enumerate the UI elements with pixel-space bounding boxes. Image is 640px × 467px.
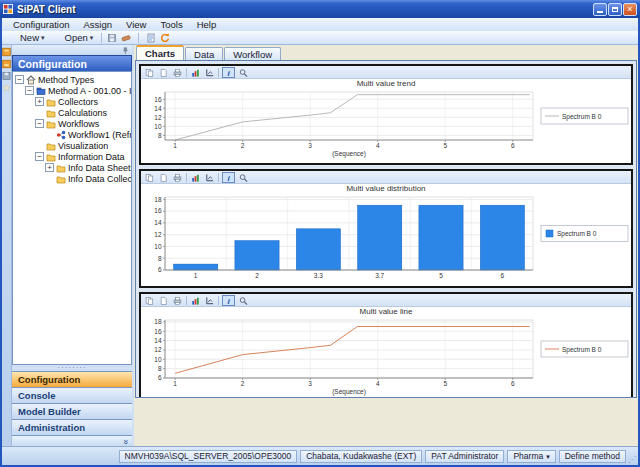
menu-item-assign[interactable]: Assign [77, 18, 120, 31]
chart-toolbar-button[interactable] [190, 173, 201, 182]
chart-toolbar-button[interactable] [204, 68, 215, 77]
svg-text:8: 8 [158, 132, 162, 139]
chart-toolbar-button[interactable] [144, 68, 155, 77]
tree-expander[interactable]: − [35, 119, 44, 128]
chart-toolbar-button[interactable] [238, 296, 249, 305]
shortcut-folder-2-icon[interactable] [2, 59, 11, 68]
close-button[interactable]: × [623, 3, 637, 16]
tab-data[interactable]: Data [185, 47, 223, 60]
chart-toolbar-button[interactable] [190, 296, 201, 305]
nav-button-configuration[interactable]: Configuration [12, 371, 132, 387]
menu-item-tools[interactable]: Tools [153, 18, 189, 31]
new-button[interactable]: New ▾ [5, 32, 48, 44]
report-icon[interactable] [146, 33, 156, 43]
chart-toolbar-separator [186, 68, 187, 77]
tree-item-label: Info Data Collectors [68, 174, 132, 184]
nav-button-model-builder[interactable]: Model Builder [12, 403, 132, 419]
chart-toolbar-button[interactable]: i [222, 295, 235, 306]
tree-item-label: Calculations [58, 108, 107, 118]
chart-toolbar-button[interactable] [190, 68, 201, 77]
chart-toolbar-button[interactable] [172, 68, 183, 77]
svg-text:6: 6 [511, 142, 515, 149]
open-button[interactable]: Open ▾ [50, 32, 97, 44]
tree-item-label: Information Data [58, 152, 125, 162]
chart-toolbar-button[interactable] [172, 296, 183, 305]
chart-plot: 810121416123456(Sequence)Spectrum B 0 [141, 89, 631, 159]
menu-item-view[interactable]: View [119, 18, 153, 31]
save-icon[interactable] [107, 33, 117, 43]
tab-workflow[interactable]: Workflow [224, 47, 281, 60]
chart-toolbar-button[interactable]: i [222, 172, 235, 183]
status-field-text: PAT Administrator [431, 451, 498, 462]
folder-icon [46, 152, 56, 162]
configure-buttons-chevron[interactable]: » [120, 439, 130, 444]
menu-item-help[interactable]: Help [190, 18, 224, 31]
chart-toolbar-button[interactable] [158, 68, 169, 77]
status-field-chabata-kudakwashe-ext: Chabata, Kudakwashe (EXT) [300, 450, 422, 463]
tree-item-label: Method A - 001.00 - In Testing [48, 86, 132, 96]
svg-text:12: 12 [154, 114, 162, 121]
open-dropdown-arrow[interactable]: ▾ [90, 34, 94, 42]
tree-expander[interactable]: − [35, 152, 44, 161]
svg-text:6: 6 [158, 266, 162, 273]
magnifier-icon [239, 296, 248, 305]
tree-item-info-data-collectors[interactable]: Info Data Collectors [13, 173, 131, 184]
svg-text:1: 1 [173, 142, 177, 149]
tree-expander[interactable]: + [45, 163, 54, 172]
restore-button[interactable] [608, 3, 622, 16]
chart-toolbar-button[interactable] [158, 173, 169, 182]
chart-toolbar-button[interactable] [144, 296, 155, 305]
tree-item-workflows[interactable]: −Workflows [13, 118, 131, 129]
chart-toolbar-button[interactable] [204, 296, 215, 305]
new-dropdown-arrow[interactable]: ▾ [41, 34, 45, 42]
chart-toolbar-button[interactable] [144, 173, 155, 182]
workflow-icon [56, 130, 66, 140]
chart-toolbar-button[interactable] [158, 296, 169, 305]
svg-text:2: 2 [241, 380, 245, 387]
shortcut-save-icon[interactable] [2, 71, 11, 80]
nav-button-administration[interactable]: Administration [12, 419, 132, 435]
tree-expander[interactable]: − [15, 75, 24, 84]
folder-icon [46, 108, 56, 118]
chart-toolbar-button[interactable] [238, 173, 249, 182]
svg-text:14: 14 [154, 337, 162, 344]
chart-toolbar-button[interactable] [204, 173, 215, 182]
shortcut-folder-icon[interactable] [2, 47, 11, 56]
tree-item-visualization[interactable]: Visualization [13, 140, 131, 151]
title-bar[interactable]: SiPAT Client × [0, 0, 640, 18]
svg-text:6: 6 [158, 374, 162, 381]
status-field-define-method: Define method [559, 450, 626, 463]
tree-item-information-data[interactable]: −Information Data [13, 151, 131, 162]
refresh-icon[interactable] [160, 33, 170, 43]
tree-item-collectors[interactable]: +Collectors [13, 96, 131, 107]
tree-item-info-data-sheets[interactable]: +Info Data Sheets [13, 162, 131, 173]
chart-toolbar-separator [218, 296, 219, 305]
chart-toolbar-button[interactable]: i [222, 67, 235, 78]
tree-expander[interactable]: − [25, 86, 34, 95]
chart-toolbar-separator [186, 173, 187, 182]
tree-item-calculations[interactable]: Calculations [13, 107, 131, 118]
tree-item-method-types[interactable]: −Method Types [13, 74, 131, 85]
tree-expander[interactable]: + [35, 97, 44, 106]
resize-grip[interactable]: ⋰ [628, 455, 637, 464]
tree-item-workflow1-refreshbackground[interactable]: Workflow1 (RefreshBackground [13, 129, 131, 140]
status-field-pharma[interactable]: Pharma▾ [507, 450, 555, 463]
svg-text:3: 3 [308, 380, 312, 387]
tree-item-label: Method Types [38, 75, 94, 85]
nav-button-console[interactable]: Console [12, 387, 132, 403]
svg-text:18: 18 [154, 318, 162, 325]
svg-text:(Sequence): (Sequence) [332, 150, 366, 158]
shortcut-star-icon[interactable] [2, 83, 11, 92]
minimize-button[interactable] [593, 3, 607, 16]
status-dropdown-arrow[interactable]: ▾ [546, 451, 550, 462]
chart-toolbar-button[interactable] [172, 173, 183, 182]
eraser-icon[interactable] [121, 33, 131, 43]
pin-icon[interactable] [121, 46, 129, 54]
chart-title: Multi value line [141, 307, 631, 317]
chart-legend: Spectrum B 0 [541, 226, 628, 242]
chart-toolbar-button[interactable] [238, 68, 249, 77]
tree-item-method-a-001-00-in-testing[interactable]: −Method A - 001.00 - In Testing [13, 85, 131, 96]
tab-charts[interactable]: Charts [136, 45, 184, 60]
svg-text:1: 1 [194, 272, 198, 279]
menu-item-configuration[interactable]: Configuration [6, 18, 77, 31]
